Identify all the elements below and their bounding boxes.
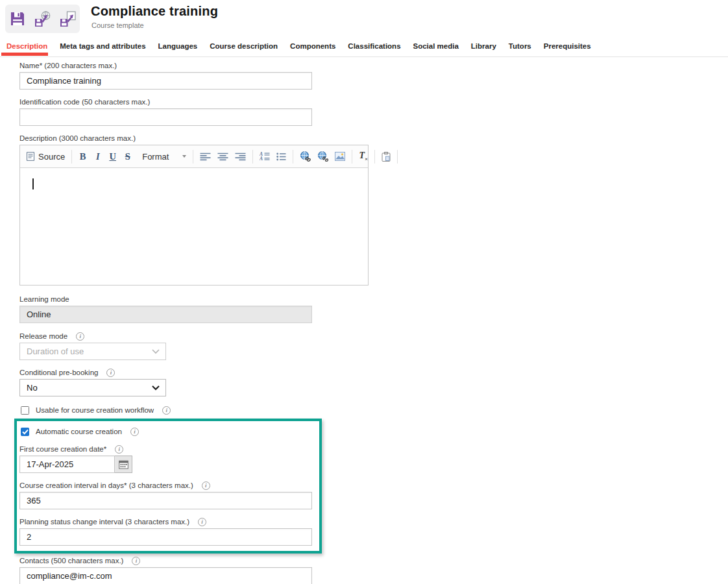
tab-languages[interactable]: Languages	[158, 42, 198, 50]
page-subtitle: Course template	[91, 21, 144, 29]
conditional-prebooking-select[interactable]: No	[19, 379, 166, 396]
align-center-icon	[217, 152, 228, 161]
bold-button[interactable]: B	[75, 149, 90, 164]
toolbar-separator	[397, 150, 398, 164]
learning-mode-input	[19, 306, 312, 323]
save-actions-toolbar	[5, 5, 80, 33]
tab-tutors[interactable]: Tutors	[509, 42, 531, 50]
info-icon[interactable]: i	[130, 428, 139, 436]
paste-button[interactable]	[378, 150, 394, 164]
toolbar-separator	[352, 150, 352, 164]
release-mode-value: Duration of use	[27, 347, 84, 356]
calendar-icon	[119, 460, 128, 469]
source-button-label: Source	[38, 152, 65, 162]
rich-text-editor: Source B I U S Format	[19, 145, 369, 286]
italic-button[interactable]: I	[90, 149, 105, 164]
italic-glyph: I	[93, 151, 102, 162]
release-mode-field-group: Release mode i Duration of use	[19, 332, 728, 360]
save-and-exit-button[interactable]	[58, 9, 78, 29]
bulleted-list-button[interactable]	[273, 151, 289, 163]
tab-meta-tags-and-attributes[interactable]: Meta tags and attributes	[60, 42, 145, 50]
info-icon[interactable]: i	[106, 369, 115, 377]
tab-description[interactable]: Description	[6, 42, 47, 50]
toolbar-separator	[71, 150, 72, 164]
conditional-prebooking-label: Conditional pre-booking	[19, 369, 98, 376]
link-button[interactable]	[297, 149, 314, 164]
usable-for-workflow-row: Usable for course creation workflow i	[19, 405, 728, 415]
text-cursor	[32, 178, 34, 189]
tab-course-description[interactable]: Course description	[210, 42, 278, 50]
usable-for-workflow-checkbox[interactable]	[21, 406, 29, 415]
toolbar-separator	[252, 150, 253, 164]
info-icon[interactable]: i	[162, 406, 171, 415]
strikethrough-button[interactable]: S	[120, 149, 135, 164]
tab-prerequisites[interactable]: Prerequisites	[544, 42, 591, 50]
identification-code-label: Identification code (50 characters max.)	[19, 98, 150, 106]
first-course-creation-date-group: First course creation date* i	[19, 444, 319, 473]
editor-content-area[interactable]	[20, 168, 368, 285]
save-globe-arrow-icon	[34, 10, 52, 28]
info-icon[interactable]: i	[198, 518, 206, 526]
page-header: Compliance training Course template	[0, 0, 728, 36]
calendar-button[interactable]	[115, 456, 132, 473]
toolbar-separator	[193, 150, 193, 164]
toolbar-separator	[293, 150, 293, 164]
source-button[interactable]: Source	[23, 150, 68, 164]
dropdown-caret-icon	[182, 155, 186, 158]
tab-social-media[interactable]: Social media	[413, 42, 459, 50]
info-icon[interactable]: i	[115, 445, 123, 454]
align-right-icon	[235, 152, 246, 161]
save-button[interactable]	[8, 9, 27, 29]
release-mode-select: Duration of use	[19, 343, 166, 360]
underline-button[interactable]: U	[105, 149, 120, 164]
name-input[interactable]	[19, 72, 312, 90]
info-icon[interactable]: i	[132, 557, 140, 565]
usable-for-workflow-label: Usable for course creation workflow	[36, 406, 154, 414]
align-left-button[interactable]	[197, 151, 214, 163]
planning-status-interval-group: Planning status change interval (3 chara…	[19, 517, 319, 546]
source-icon	[26, 152, 35, 161]
save-and-publish-button[interactable]	[33, 9, 53, 29]
remove-format-icon: T×	[359, 151, 368, 162]
planning-status-interval-input[interactable]	[19, 528, 312, 546]
learning-mode-label: Learning mode	[19, 295, 69, 303]
unlink-button[interactable]	[314, 149, 332, 164]
strikethrough-glyph: S	[123, 151, 132, 162]
course-creation-interval-input[interactable]	[19, 492, 312, 509]
tab-bar: Description Meta tags and attributes Lan…	[0, 36, 728, 57]
save-export-arrow-icon	[59, 10, 77, 28]
toolbar-separator	[374, 150, 375, 164]
automatic-course-creation-highlight: Automatic course creation i First course…	[14, 419, 322, 554]
save-icon	[9, 10, 26, 27]
identification-code-field-group: Identification code (50 characters max.)	[19, 97, 728, 126]
automatic-course-creation-checkbox[interactable]	[21, 428, 29, 436]
align-center-button[interactable]	[214, 151, 232, 163]
first-course-creation-date-input[interactable]	[19, 456, 115, 473]
tab-classifications[interactable]: Classifications	[348, 42, 400, 50]
contacts-field-group: Contacts (500 characters max.) i	[19, 556, 728, 584]
format-dropdown[interactable]: Format	[139, 150, 189, 164]
active-tab-underline	[1, 53, 48, 56]
chevron-down-icon	[152, 349, 160, 354]
description-label: Description (3000 characters max.)	[19, 134, 136, 142]
image-button[interactable]	[332, 150, 348, 163]
identification-code-input[interactable]	[19, 108, 312, 126]
align-right-button[interactable]	[232, 151, 249, 163]
align-left-icon	[200, 152, 211, 161]
tab-library[interactable]: Library	[471, 42, 496, 50]
description-form: Name* (200 characters max.) Identificati…	[0, 57, 728, 584]
name-label: Name* (200 characters max.)	[19, 62, 117, 69]
conditional-prebooking-field-group: Conditional pre-booking i No	[19, 368, 728, 396]
remove-format-button[interactable]: T×	[356, 149, 371, 164]
info-icon[interactable]: i	[202, 481, 210, 490]
info-icon[interactable]: i	[76, 332, 84, 341]
learning-mode-field-group: Learning mode	[19, 295, 728, 323]
contacts-input[interactable]	[19, 567, 312, 584]
paste-icon	[382, 152, 391, 162]
language-button[interactable]: A A	[256, 150, 273, 163]
course-template-page: Compliance training Course template Desc…	[0, 0, 728, 584]
format-dropdown-label: Format	[142, 152, 169, 162]
description-field-group: Description (3000 characters max.) Sourc…	[19, 134, 728, 286]
first-course-creation-date-label: First course creation date*	[19, 445, 106, 453]
tab-components[interactable]: Components	[290, 42, 335, 50]
